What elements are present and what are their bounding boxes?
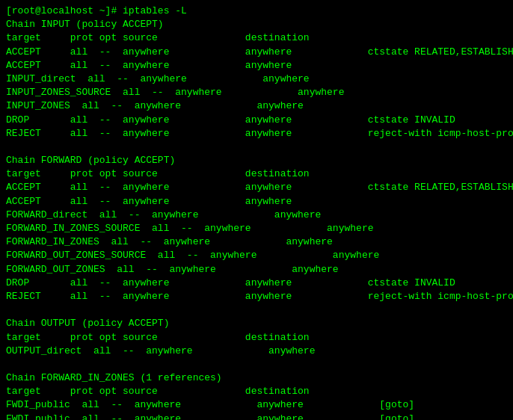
terminal-output: [root@localhost ~]# iptables -L Chain IN… xyxy=(6,4,507,420)
